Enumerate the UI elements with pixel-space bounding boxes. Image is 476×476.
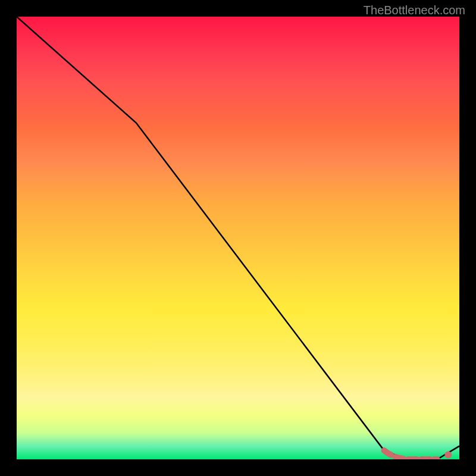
marker-dot <box>444 452 452 459</box>
chart-svg <box>17 17 459 459</box>
series-line <box>17 17 459 459</box>
chart-markers <box>384 450 452 459</box>
chart-line <box>17 17 459 459</box>
marker-segment <box>384 450 437 459</box>
watermark-text: TheBottleneck.com <box>364 4 465 17</box>
